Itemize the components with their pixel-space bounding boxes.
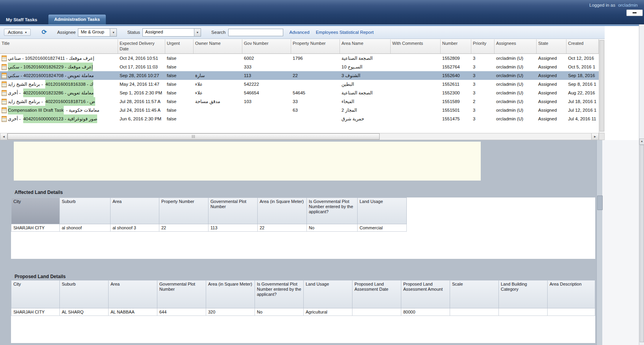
task-title-text: أخرى - (8, 89, 22, 97)
horizontal-scrollbar[interactable]: ◄ ► (0, 133, 599, 140)
employees-statistical-report-link[interactable]: Employees Statistical Report (316, 30, 374, 35)
scroll-right-button[interactable]: ► (591, 133, 598, 140)
task-title-text: برنامج الشيخ زايد - (8, 80, 44, 89)
task-cell (391, 71, 441, 80)
scroll-thumb[interactable] (597, 196, 603, 210)
task-cell: 103 (242, 97, 291, 106)
task-cell (391, 54, 441, 63)
task-cell: حمرية شرق (340, 114, 391, 123)
task-cell: 1551589 (441, 97, 471, 106)
task-table-body: إعرف موقعك - 1052016001827411 - صناعيOct… (0, 54, 599, 133)
column-header-number[interactable]: Number (441, 39, 471, 54)
task-cell: Jul 28, 2016 11:57 A (118, 97, 165, 106)
task-title-cell: إعرف موقعك - 1052016001827411 - صناعي (0, 54, 118, 63)
task-cell (194, 63, 242, 71)
task-title-text: برنامج الشيخ زايد - (8, 97, 44, 106)
task-title-cell: برنامج الشيخ زايد - 4012016001816338 - ك (0, 80, 118, 89)
column-header-priority[interactable]: Priority (471, 39, 495, 54)
column-header-title[interactable]: Title (0, 39, 118, 54)
scroll-thumb[interactable] (600, 40, 604, 131)
task-cell: orcladmin (U) (495, 80, 537, 89)
task-row[interactable]: إعرف موقعك - 1052016001827411 - صناعيOct… (0, 54, 599, 63)
column-header-property-number[interactable]: Property Number (291, 39, 340, 54)
actions-label: Actions (8, 30, 23, 35)
detail-cell: 22 (258, 224, 307, 232)
task-cell (242, 114, 291, 123)
task-row[interactable]: أخرى - 4042016000000123 - صور فوتوغرافية… (0, 114, 599, 123)
task-cell: علاء (194, 89, 242, 97)
task-cell: orcladmin (U) (495, 54, 537, 63)
scroll-thumb[interactable] (7, 133, 380, 140)
task-table-vertical-scrollbar[interactable] (599, 39, 605, 133)
task-cell: false (165, 89, 194, 97)
tab-my-staff-tasks[interactable]: My Staff Tasks (0, 15, 43, 24)
details-vertical-scrollbar[interactable] (596, 140, 602, 345)
task-row[interactable]: إعرف موقعك - 1052016001826229 - سكنيOct … (0, 63, 599, 71)
detail-cell: Agricultural (304, 308, 352, 316)
scroll-thumb[interactable] (640, 145, 644, 342)
task-row[interactable]: معاملة تعويض - 4022016001824708 - سكنيSe… (0, 71, 599, 80)
advanced-link[interactable]: Advanced (290, 30, 310, 35)
task-row[interactable]: برنامج الشيخ زايد - 4012016001816338 - ك… (0, 80, 599, 89)
task-cell: Sep 1, 2016 2:30 PM (118, 89, 165, 97)
column-header-expected-delivery-date[interactable]: Expected Delivery Date (118, 39, 165, 54)
task-title-highlight: 4012016001816338 - ك (45, 80, 93, 89)
task-cell: Assigned (537, 89, 566, 97)
scroll-up-button[interactable]: ▲ (639, 138, 644, 145)
detail-column-header-governmental-plot-number: Governmental Plot Number (157, 280, 206, 308)
column-header-created[interactable]: Created (566, 39, 599, 54)
column-header-urgent[interactable]: Urgent (165, 39, 194, 54)
task-row[interactable]: أخرى - 4022016001823286 - معاملة تعويضSe… (0, 89, 599, 97)
column-header-owner-name[interactable]: Owner Name (194, 39, 242, 54)
task-cell: 3 (471, 114, 495, 123)
worklist-app-window: Logged in as orcladmin My Staff TasksAdm… (0, 0, 644, 345)
detail-cell: al shonoof 3 (111, 224, 159, 232)
detail-row[interactable]: SHARJAH CITYAL SHARQAL NABBAA644320NoAgr… (11, 308, 595, 316)
task-cell: false (165, 97, 194, 106)
task-cell: 1552764 (441, 63, 471, 71)
task-document-icon (2, 116, 7, 122)
detail-row[interactable]: SHARJAH CITYal shonoofal shonoof 3221132… (11, 224, 595, 232)
page-vertical-scrollbar[interactable]: ▲ (639, 24, 644, 345)
task-cell (291, 63, 340, 71)
actions-menu-button[interactable]: Actions ▾ (4, 29, 31, 36)
dropdown-arrow-icon[interactable]: ▼ (110, 29, 116, 36)
scroll-left-button[interactable]: ◄ (0, 133, 7, 140)
detail-column-header-suburb: Suburb (60, 197, 111, 224)
task-cell: Sep 8, 2016 1 (566, 80, 599, 89)
task-cell: علاء (194, 80, 242, 89)
column-header-state[interactable]: State (537, 39, 566, 54)
username[interactable]: orcladmin (618, 3, 638, 7)
column-header-gov-number[interactable]: Gov Number (242, 39, 291, 54)
assignee-label: Assignee (57, 30, 76, 35)
detail-cell: AL NABBAA (109, 308, 157, 316)
task-cell (291, 114, 340, 123)
task-row[interactable]: برنامج الشيخ زايد - 4022016001818716 - ض… (0, 97, 599, 106)
task-row[interactable]: Compensation III Draft Task - معاملات حك… (0, 106, 599, 114)
column-header-area-name[interactable]: Area Name (340, 39, 391, 54)
detail-column-header-is-governmental-plot-number-entered-by-t: Is Governmental Plot Number entered by t… (307, 197, 358, 224)
scrollbar-corner (599, 133, 605, 140)
task-cell: false (165, 106, 194, 114)
task-cell: 3 (471, 89, 495, 97)
tab-administration-tasks[interactable]: Administration Tasks (48, 14, 106, 24)
task-cell: orcladmin (U) (495, 97, 537, 106)
task-cell: Sep 28, 2016 10:27 (118, 71, 165, 80)
assignee-select[interactable]: Me & Group ▼ (78, 28, 117, 37)
status-select[interactable]: Assigned ▼ (142, 28, 201, 37)
detail-cell: 22 (159, 224, 209, 232)
task-cell: 22 (291, 71, 340, 80)
column-header-with-comments[interactable]: With Comments (391, 39, 441, 54)
task-cell: 54645 (291, 89, 340, 97)
task-cell: 1551501 (441, 106, 471, 114)
search-input[interactable] (228, 29, 283, 36)
panel-collapse-chip[interactable] (626, 9, 643, 16)
column-header-assignees[interactable]: Assignees (495, 39, 537, 54)
task-title-text: أخرى - (8, 114, 22, 123)
task-cell: Jul 24, 2016 11:45 A (118, 106, 165, 114)
detail-cell: Commercial (358, 224, 407, 232)
task-cell: false (165, 114, 194, 123)
task-cell: 333 (242, 63, 291, 71)
refresh-icon[interactable]: ⟳ (42, 29, 47, 35)
dropdown-arrow-icon[interactable]: ▼ (194, 29, 201, 36)
